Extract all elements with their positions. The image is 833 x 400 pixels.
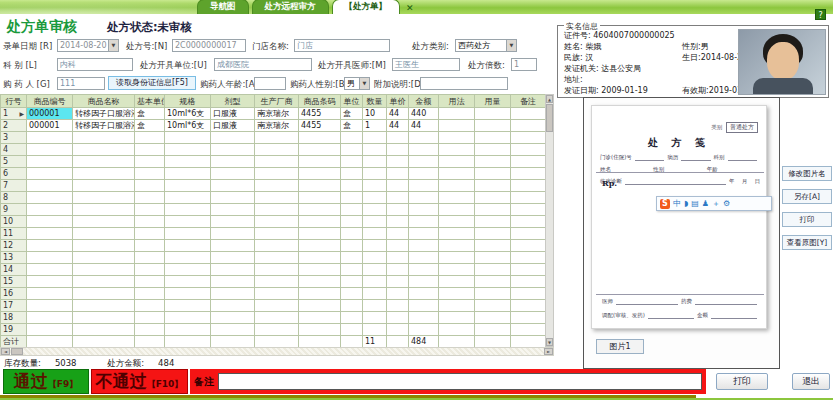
table-cell[interactable] [73, 192, 135, 204]
table-cell[interactable] [73, 204, 135, 216]
table-row[interactable]: 15 [1, 276, 546, 288]
table-cell[interactable] [475, 180, 511, 192]
read-id-card-button[interactable]: 读取身份证信息[F5] [108, 76, 196, 90]
table-cell[interactable] [165, 192, 211, 204]
table-cell[interactable] [387, 156, 409, 168]
table-cell[interactable] [135, 288, 165, 300]
table-cell[interactable] [475, 204, 511, 216]
reject-button[interactable]: 不通过【F10】 [91, 369, 188, 394]
table-cell[interactable] [511, 228, 546, 240]
table-cell[interactable] [439, 252, 475, 264]
table-row[interactable]: 3 [1, 132, 546, 144]
table-cell[interactable] [387, 252, 409, 264]
table-cell[interactable] [341, 324, 363, 336]
column-header[interactable]: 行号 [1, 95, 27, 108]
table-cell[interactable] [387, 240, 409, 252]
table-cell[interactable] [135, 168, 165, 180]
table-cell[interactable] [73, 240, 135, 252]
table-cell[interactable] [511, 132, 546, 144]
doctor-input[interactable]: 王医生 [392, 58, 460, 71]
table-cell[interactable] [409, 324, 439, 336]
table-cell[interactable] [387, 168, 409, 180]
table-cell[interactable]: 转移因子口服溶液 [73, 120, 135, 132]
table-cell[interactable] [363, 228, 387, 240]
record-date-select[interactable]: 2014-08-20▼ [57, 39, 119, 52]
table-cell[interactable] [511, 264, 546, 276]
table-cell[interactable] [363, 276, 387, 288]
table-cell[interactable] [511, 312, 546, 324]
table-cell[interactable] [165, 132, 211, 144]
table-cell[interactable]: 转移因子口服溶液 [73, 108, 135, 120]
table-cell[interactable]: 盒 [135, 120, 165, 132]
table-cell[interactable] [439, 192, 475, 204]
table-cell[interactable] [363, 312, 387, 324]
table-cell[interactable] [475, 216, 511, 228]
buyer-input[interactable]: 111 [57, 77, 105, 90]
table-cell[interactable] [341, 252, 363, 264]
table-cell[interactable] [27, 300, 73, 312]
column-header[interactable]: 商品条码 [299, 95, 341, 108]
table-cell[interactable] [299, 276, 341, 288]
print-button[interactable]: 打印 [716, 373, 768, 390]
row-number[interactable]: 3 [1, 132, 27, 144]
table-cell[interactable] [27, 144, 73, 156]
table-cell[interactable] [341, 180, 363, 192]
table-cell[interactable] [299, 252, 341, 264]
table-cell[interactable]: 盒 [341, 108, 363, 120]
dropdown-icon[interactable]: ▼ [359, 78, 369, 89]
table-cell[interactable] [211, 264, 255, 276]
scroll-right-icon[interactable]: ► [544, 348, 553, 355]
table-cell[interactable] [165, 312, 211, 324]
table-cell[interactable] [409, 252, 439, 264]
table-cell[interactable] [363, 264, 387, 276]
table-row[interactable]: 14 [1, 264, 546, 276]
table-cell[interactable] [511, 216, 546, 228]
table-cell[interactable] [73, 276, 135, 288]
column-header[interactable]: 数量 [363, 95, 387, 108]
row-number[interactable]: 17 [1, 300, 27, 312]
table-cell[interactable] [439, 264, 475, 276]
table-cell[interactable] [73, 228, 135, 240]
table-cell[interactable] [135, 276, 165, 288]
table-cell[interactable] [73, 312, 135, 324]
table-cell[interactable] [27, 216, 73, 228]
table-cell[interactable] [255, 144, 299, 156]
table-cell[interactable] [475, 264, 511, 276]
table-cell[interactable] [73, 132, 135, 144]
scrollbar-thumb[interactable] [546, 104, 553, 132]
table-cell[interactable] [299, 132, 341, 144]
table-cell[interactable] [363, 156, 387, 168]
table-cell[interactable]: 南京瑞尔 [255, 108, 299, 120]
table-cell[interactable] [135, 192, 165, 204]
column-header[interactable]: 单价 [387, 95, 409, 108]
table-cell[interactable] [439, 180, 475, 192]
table-cell[interactable] [135, 300, 165, 312]
row-number[interactable]: 5 [1, 156, 27, 168]
row-number[interactable]: 8 [1, 192, 27, 204]
table-cell[interactable] [211, 204, 255, 216]
row-number[interactable]: 10 [1, 216, 27, 228]
table-cell[interactable] [475, 156, 511, 168]
table-cell[interactable] [409, 156, 439, 168]
table-cell[interactable] [511, 168, 546, 180]
table-cell[interactable] [439, 288, 475, 300]
table-cell[interactable] [255, 216, 299, 228]
tab-prescription[interactable]: 【处方单】 [332, 0, 401, 14]
issue-unit-input[interactable]: 成都医院 [214, 58, 312, 71]
table-cell[interactable] [211, 168, 255, 180]
row-number[interactable]: 4 [1, 144, 27, 156]
approve-button[interactable]: 通过【F9】 [3, 369, 89, 394]
table-cell[interactable] [511, 240, 546, 252]
table-cell[interactable] [341, 288, 363, 300]
table-cell[interactable] [135, 312, 165, 324]
table-cell[interactable] [439, 216, 475, 228]
table-cell[interactable] [511, 120, 546, 132]
table-cell[interactable] [439, 144, 475, 156]
table-cell[interactable] [211, 228, 255, 240]
table-cell[interactable] [299, 180, 341, 192]
table-cell[interactable] [135, 324, 165, 336]
table-cell[interactable] [165, 228, 211, 240]
table-cell[interactable]: 口服液 [211, 120, 255, 132]
table-cell[interactable] [299, 192, 341, 204]
table-cell[interactable]: 1 [363, 120, 387, 132]
